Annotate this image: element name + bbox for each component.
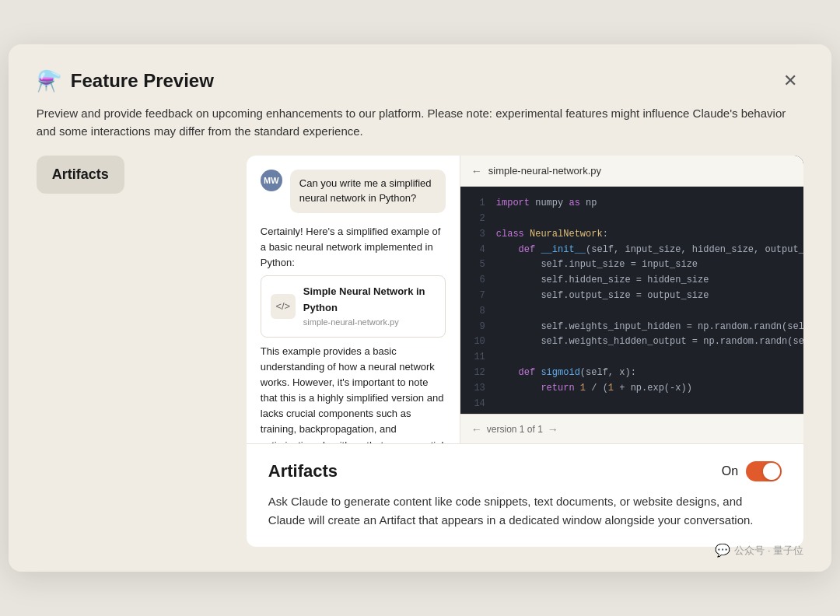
code-line: 14	[473, 397, 803, 412]
toggle-label: On	[722, 464, 738, 478]
code-panel-header: ← simple-neural-network.py ··· ✕	[460, 156, 803, 187]
code-line: 3 class NeuralNetwork:	[473, 227, 803, 243]
code-content: 1 import numpy as np 2 3 class NeuralNet…	[460, 187, 803, 414]
artifact-card[interactable]: </> Simple Neural Network in Python simp…	[261, 275, 446, 337]
prev-version-button[interactable]: ←	[471, 423, 482, 436]
sidebar: Artifacts	[37, 156, 247, 547]
assistant-intro: Certainly! Here's a simplified example o…	[261, 224, 446, 271]
preview-area: MW Can you write me a simplified neural …	[247, 156, 803, 547]
code-line: 6 self.hidden_size = hidden_size	[473, 273, 803, 289]
flask-icon: ⚗️	[37, 69, 61, 93]
sidebar-item-artifacts[interactable]: Artifacts	[37, 156, 124, 194]
artifact-name: Simple Neural Network in Python	[303, 284, 436, 315]
code-panel: ← simple-neural-network.py ··· ✕ 1 impor…	[460, 156, 803, 443]
preview-split: MW Can you write me a simplified neural …	[247, 156, 803, 443]
code-line: 1 import numpy as np	[473, 196, 803, 212]
code-line: 10 self.weights_hidden_output = np.rando…	[473, 334, 803, 350]
code-line: 7 self.output_size = output_size	[473, 289, 803, 304]
code-line: 12 def sigmoid(self, x):	[473, 366, 803, 381]
code-line: 5 self.input_size = input_size	[473, 257, 803, 273]
code-line: 2	[473, 212, 803, 227]
avatar: MW	[261, 170, 282, 191]
code-filename: simple-neural-network.py	[488, 165, 601, 177]
feature-title: Artifacts	[268, 461, 338, 481]
code-panel-nav: ← simple-neural-network.py	[471, 165, 601, 177]
close-button[interactable]: ✕	[777, 69, 803, 93]
modal-description: Preview and provide feedback on upcoming…	[37, 104, 803, 141]
wechat-icon: 💬	[715, 543, 730, 558]
toggle-row: On	[722, 461, 782, 481]
code-line: 9 self.weights_input_hidden = np.random.…	[473, 320, 803, 335]
code-line: 8	[473, 304, 803, 320]
code-line: 11	[473, 350, 803, 366]
watermark-text: 公众号 · 量子位	[734, 544, 803, 558]
user-message: MW Can you write me a simplified neural …	[261, 170, 446, 213]
feature-preview-modal: ⚗️ Feature Preview ✕ Preview and provide…	[9, 44, 831, 572]
modal-title-row: ⚗️ Feature Preview	[37, 69, 214, 93]
assistant-followup: This example provides a basic understand…	[261, 344, 446, 444]
modal-header: ⚗️ Feature Preview ✕	[37, 69, 803, 93]
artifact-filename: simple-neural-network.py	[303, 316, 436, 329]
version-label: version 1 of 1	[487, 424, 543, 435]
feature-section: Artifacts On Ask Claude to generate cont…	[247, 443, 803, 547]
code-icon: </>	[271, 294, 296, 319]
assistant-message: Certainly! Here's a simplified example o…	[261, 224, 446, 443]
feature-header: Artifacts On	[268, 461, 782, 481]
code-panel-footer: ← version 1 of 1 → 📋 Copy	[460, 414, 803, 443]
modal-body: Artifacts MW Can you write me a simplifi…	[37, 156, 803, 547]
watermark: 💬 公众号 · 量子位	[715, 543, 803, 558]
code-line: 13 return 1 / (1 + np.exp(-x))	[473, 381, 803, 397]
toggle-knob	[763, 463, 780, 480]
next-version-button[interactable]: →	[548, 423, 558, 436]
modal-title: Feature Preview	[71, 70, 214, 92]
artifacts-toggle[interactable]	[746, 461, 782, 481]
code-line: 4 def __init__(self, input_size, hidden_…	[473, 243, 803, 258]
user-bubble: Can you write me a simplified neural net…	[290, 170, 446, 213]
version-nav: ← version 1 of 1 →	[471, 423, 558, 436]
feature-description: Ask Claude to generate content like code…	[268, 492, 782, 530]
back-arrow-icon[interactable]: ←	[471, 165, 482, 177]
artifact-info: Simple Neural Network in Python simple-n…	[303, 284, 436, 328]
chat-panel: MW Can you write me a simplified neural …	[247, 156, 460, 443]
